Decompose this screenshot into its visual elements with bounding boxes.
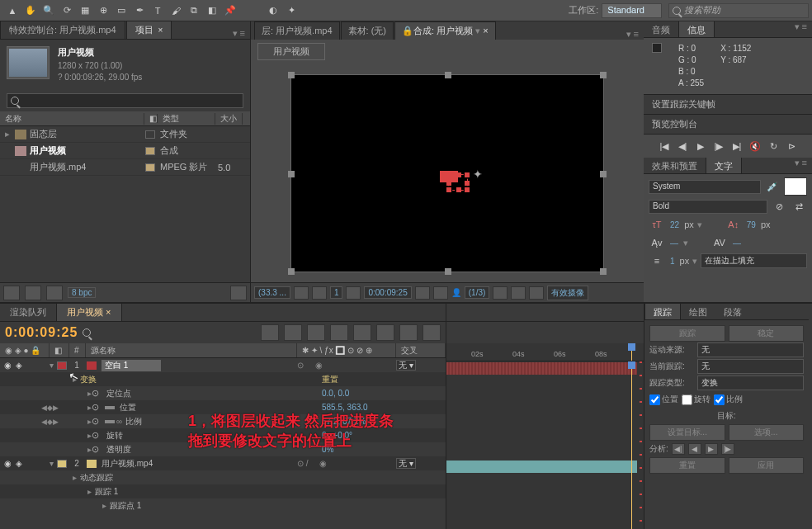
current-track-select[interactable]: 无 [697,359,804,374]
help-search-input[interactable]: 搜索帮助 [668,3,809,18]
panel-menu-icon[interactable]: ▾ ≡ [790,21,812,37]
ram-preview-icon[interactable]: ⊳ [784,139,799,154]
snapshot-icon[interactable] [415,286,430,300]
tab-character[interactable]: 文字 [706,158,742,173]
font-size-input[interactable]: 22 [668,220,681,229]
col-source-name[interactable]: 源名称 [86,343,297,357]
camera-select[interactable]: 有效摄像 [547,286,588,300]
layer-row[interactable]: ▸⊙定位点0.0, 0.0 [0,386,446,400]
mute-icon[interactable]: 🔇 [748,139,762,154]
font-select[interactable]: System [649,180,761,194]
tab-audio[interactable]: 音频 [644,21,678,37]
layer-row[interactable]: ◉◈▾2用户视频.mp4⊙ / ◉无 ▾ [0,456,446,470]
project-row[interactable]: 用户视频合成 [0,143,250,159]
shape-tool-icon[interactable]: ▭ [112,2,130,20]
set-track-keyframe[interactable]: 设置跟踪关键帧 [644,94,812,115]
analyze-back-icon[interactable]: ◀| [672,443,685,455]
options-button[interactable]: 选项... [729,424,805,441]
new-folder-icon[interactable] [25,286,41,300]
pen-tool-icon[interactable]: ✒ [130,2,149,20]
layer-row[interactable]: ▸跟踪点 1 [0,498,446,512]
col-mode[interactable]: 交叉 [396,343,446,357]
col-type[interactable]: 类型 [158,113,215,125]
rotate-tool-icon[interactable]: ⟳ [58,2,76,20]
stroke-width-input[interactable]: 1 [668,257,677,266]
swap-icon[interactable]: ⇄ [791,199,807,214]
kerning-input[interactable]: — [668,239,680,248]
loop-icon[interactable]: ↻ [766,139,781,154]
play-icon[interactable]: ▶ [693,139,708,154]
last-frame-icon[interactable]: ▶| [729,139,744,154]
view-select[interactable]: 1 [330,286,343,299]
zoom-tool-icon[interactable]: 🔍 [40,2,58,20]
zoom-select[interactable]: (33.3 ... [254,286,290,299]
auto-kf-icon[interactable] [399,324,418,341]
layer-list[interactable]: ◉◈▾1空白 1⊙ ◉无 ▾▸变换重置▸⊙定位点0.0, 0.0◀◆▶▸⊙位置5… [0,358,446,529]
frame-blend-icon[interactable] [307,324,325,341]
brainstorm-icon[interactable] [376,324,394,341]
eyedropper-icon[interactable]: 💉 [764,179,781,194]
no-fill-icon[interactable]: ⊘ [771,199,787,214]
draft3d-icon[interactable] [423,324,441,341]
layer-row[interactable]: ◉◈▾1空白 1⊙ ◉无 ▾ [0,358,446,372]
tab-effects[interactable]: 效果和预置 [644,158,706,173]
close-icon[interactable]: × [158,26,163,35]
close-icon[interactable]: × [106,307,111,317]
toolbar-extra2-icon[interactable]: ✦ [282,2,300,20]
tracking-input[interactable]: — [731,239,743,248]
flowchart-tab[interactable]: 用户视频 [257,43,325,60]
timecode-display[interactable]: 0:00:09:25 [5,325,78,340]
delete-icon[interactable] [230,286,247,300]
timeline-ruler[interactable]: 02s 04s 06s 08s [446,343,644,361]
roi-icon[interactable]: 👤 [451,288,461,297]
layer-row[interactable]: ◀◆▶▸⊙∞比例67.2, 67.2% [0,414,446,428]
layer-row[interactable]: ▸变换重置 [0,372,446,386]
tab-effect-controls[interactable]: 特效控制台: 用户视频.mp4 [0,21,125,39]
next-frame-icon[interactable]: |▶ [711,139,726,154]
project-row[interactable]: ▸固态层文件夹 [0,126,250,143]
stabilize-button[interactable]: 稳定 [729,325,805,342]
canvas[interactable]: ✦ [290,74,604,272]
new-comp-icon[interactable] [46,286,63,300]
search-icon[interactable] [83,328,91,337]
layer-row[interactable]: ▸跟踪 1 [0,484,446,498]
motion-source-select[interactable]: 无 [697,342,804,357]
selection-tool-icon[interactable]: ▲ [3,2,21,20]
tab-project[interactable]: 项目× [126,21,172,39]
layer-row[interactable]: ◀◆▶▸⊙位置585.5, 363.0 [0,400,446,414]
hand-tool-icon[interactable]: ✋ [21,2,40,20]
tab-paragraph[interactable]: 段落 [715,304,750,319]
grid-icon[interactable] [312,286,327,300]
clone-tool-icon[interactable]: ⧉ [185,2,203,20]
col-name[interactable]: 名称 [0,113,144,125]
reset-button[interactable]: 重置 [649,457,725,474]
stroke-style-select[interactable]: 在描边上填充 [701,253,807,268]
time-display[interactable]: 0:00:09:25 [364,286,411,299]
graph-editor-icon[interactable] [353,324,371,341]
col-size[interactable]: 大小 [215,113,243,125]
scale-checkbox[interactable]: 比例 [714,394,743,405]
mask-icon[interactable] [346,286,361,300]
interpret-footage-icon[interactable] [3,286,20,300]
composition-viewer[interactable]: ✦ [251,64,644,282]
apply-button[interactable]: 应用 [729,457,805,474]
bpc-button[interactable]: 8 bpc [68,287,96,298]
tab-tracker[interactable]: 跟踪 [644,304,681,319]
channel-icon[interactable] [433,286,448,300]
toolbar-extra1-icon[interactable]: ◐ [264,2,282,20]
resolution-icon[interactable] [294,286,309,300]
comp-tab[interactable]: 层: 用户视频.mp4 [254,21,340,40]
text-tool-icon[interactable]: T [149,2,167,20]
analyze-back-step-icon[interactable]: ◀ [688,443,701,455]
comp-tab[interactable]: 🔒合成: 用户视频 ▾ × [394,21,496,40]
3d-icon[interactable] [493,286,508,300]
panel-menu-icon[interactable]: ▾ ≡ [228,28,250,39]
pixel-aspect-icon[interactable] [529,286,544,300]
track-type-select[interactable]: 变换 [697,375,804,390]
font-style-select[interactable]: Bold [649,200,767,214]
fill-color-swatch[interactable] [784,177,807,196]
layer-bar-2[interactable] [446,461,637,473]
rotation-checkbox[interactable]: 旋转 [682,394,710,405]
brush-tool-icon[interactable]: 🖌 [167,2,185,20]
leading-input[interactable]: 79 [745,220,758,229]
